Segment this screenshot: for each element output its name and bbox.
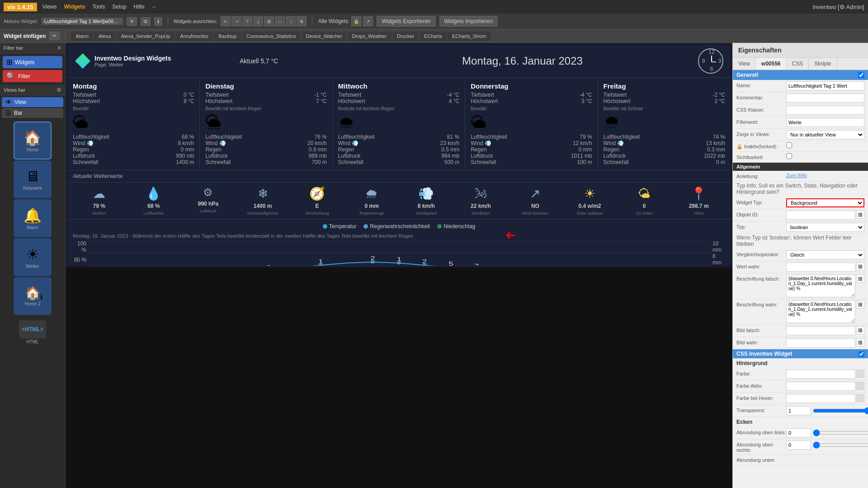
widgets-export-btn[interactable]: Widgets Exportieren <box>377 16 435 27</box>
wind-direction-symbol: ↗ <box>530 186 540 201</box>
tab-w00556[interactable]: w00556 <box>756 58 787 70</box>
sidebar-panel-wetter[interactable]: ☀ Wetter <box>14 238 52 276</box>
align-right-btn[interactable]: ⊤ <box>242 16 252 26</box>
sidebar-widgets-btn[interactable]: ⊞ Widgets <box>3 56 62 68</box>
tab-device-watcher[interactable]: Device_Watcher <box>302 32 347 41</box>
bild-wahr-input[interactable] <box>786 338 855 347</box>
tab-drops-weather[interactable]: Drops_Weather <box>348 32 392 41</box>
align-top-btn[interactable]: ⊥ <box>253 16 263 26</box>
icon-freitag: 🌨 <box>604 113 725 132</box>
widget-info-btn[interactable]: ℹ <box>154 17 162 26</box>
tab-anrufmonitor[interactable]: Anrufmonitor <box>175 32 213 41</box>
luftdruck-symbol: ⚙ <box>203 186 213 199</box>
css-klasse-input[interactable] <box>786 106 864 115</box>
windboeen-symbol: 🌬 <box>474 186 487 201</box>
zum-wiki-link[interactable]: Zum Wiki <box>786 173 807 178</box>
align-distribute-v-btn[interactable]: ⇅ <box>297 16 307 26</box>
farbe-hover-input[interactable] <box>786 394 855 403</box>
day-name-mittwoch: Mittwoch <box>338 82 459 90</box>
tab-css[interactable]: CSS <box>787 58 809 70</box>
sidebar-close-btn[interactable]: ✕ <box>57 45 61 51</box>
sidebar-panel-home2[interactable]: 🏠ℹ Home 2 <box>14 277 52 315</box>
html-item[interactable]: <HTML> HTML <box>2 320 63 344</box>
abrundung-oben-links-input[interactable] <box>786 428 811 437</box>
condition-dienstag: Bewölkt mit leichtem Regen <box>205 106 326 111</box>
bild-wahr-btn[interactable]: ⊞ <box>856 338 864 347</box>
abrundung-oben-rechts-input[interactable] <box>786 441 811 450</box>
beschriftung-wahr-textarea[interactable]: {daswetter.0.NextHours.Location_1.Day_1.… <box>786 300 855 323</box>
transparenz-input[interactable] <box>786 406 811 415</box>
wolken-value: 79 % <box>93 203 105 209</box>
abrundung-oben-rechts-label: Abrundung oben rechts: <box>736 441 786 453</box>
beschriftung-wahr-btn[interactable]: ⊞ <box>856 300 864 309</box>
day-name-montag: Montag <box>73 82 194 90</box>
windboeen-label: Windböen <box>472 211 490 216</box>
transparenz-slider[interactable] <box>813 407 868 414</box>
zeige-in-views-select[interactable]: Nur in aktueller View <box>786 130 864 139</box>
tab-alexa[interactable]: Alexa <box>94 32 116 41</box>
align-bottom-btn[interactable]: ↔ <box>275 16 285 26</box>
menu-views[interactable]: Views <box>42 4 57 10</box>
tab-skripte[interactable]: Skripte <box>809 58 837 70</box>
back-icon[interactable]: ← <box>152 4 157 10</box>
css-inventwo-checkbox[interactable] <box>859 351 864 357</box>
menu-setup[interactable]: Setup <box>112 4 126 10</box>
widget-delete-btn[interactable]: ✕ <box>127 17 137 26</box>
alle-widgets-unlock-btn[interactable]: ↗ <box>363 16 373 26</box>
beschriftung-falsch-textarea[interactable]: {daswetter.0.NextHours.Location_1.Day_1.… <box>786 275 855 297</box>
icon-luftfeuchte: 💧 68 % Luftfeuchte <box>127 186 180 216</box>
filterwort-input[interactable] <box>786 118 864 127</box>
bar-btn[interactable]: ☰ Bar <box>2 108 63 118</box>
abrundung-oben-rechts-slider[interactable] <box>813 441 868 449</box>
widget-typ-select[interactable]: Background <box>786 198 864 207</box>
tab-coronavirus[interactable]: Coronavirus_Statistics <box>242 32 300 41</box>
alle-widgets-lock-btn[interactable]: 🔒 <box>351 16 361 26</box>
menu-tools[interactable]: Tools <box>92 4 105 10</box>
generell-checkbox[interactable] <box>858 72 864 78</box>
sichtbarkeit-checkbox[interactable] <box>786 153 792 159</box>
objekt-id-input[interactable] <box>786 211 855 220</box>
align-left-btn[interactable]: ⊢ <box>221 16 231 26</box>
tab-alarm[interactable]: Alarm <box>71 32 93 41</box>
beschriftung-falsch-btn[interactable]: ⊞ <box>856 275 864 283</box>
view-icon: 👁 <box>5 99 12 106</box>
align-center-h-btn[interactable]: ⊣ <box>231 16 241 26</box>
abrundung-oben-links-slider[interactable] <box>813 429 868 436</box>
farbe-aktiv-input[interactable] <box>786 382 855 391</box>
menu-hilfe[interactable]: Hilfe <box>134 4 145 10</box>
farbe-color-btn[interactable] <box>856 370 864 378</box>
bild-falsch-input[interactable] <box>786 326 855 335</box>
typ-select[interactable]: boolean <box>786 223 864 232</box>
sidebar-panel-alarm[interactable]: 🔔 Alarm <box>14 199 52 237</box>
chart-description: Montag, 16. Januar 2023 - Während der er… <box>73 231 725 240</box>
vergleichsoperator-select[interactable]: Gleich <box>786 250 864 259</box>
widgets-import-btn[interactable]: Widgets Importieren <box>439 16 498 27</box>
bild-falsch-btn[interactable]: ⊞ <box>856 326 864 334</box>
views-settings-icon[interactable]: ⚙ <box>57 87 61 93</box>
kommentar-input[interactable] <box>786 94 864 103</box>
inaktiv-checkbox[interactable] <box>786 142 792 148</box>
view-btn[interactable]: 👁 View <box>2 97 63 107</box>
tab-echarts[interactable]: ECharts <box>420 32 447 41</box>
objekt-id-btn[interactable]: ⊞ <box>856 211 864 219</box>
name-input[interactable] <box>786 81 864 90</box>
sidebar-filter-btn[interactable]: 🔍 Filter <box>3 70 62 82</box>
align-center-v-btn[interactable]: ⊞ <box>264 16 274 26</box>
legend-label-temp: Temperatur <box>329 223 357 230</box>
farbe-hover-color-btn[interactable] <box>856 394 864 402</box>
farbe-input[interactable] <box>786 370 855 379</box>
tab-alexa-sender[interactable]: Alexa_Sender_PopUp <box>116 32 175 41</box>
widget-copy-btn[interactable]: ⧉ <box>141 17 151 26</box>
tab-view[interactable]: View <box>733 58 756 70</box>
sidebar-panel-home[interactable]: 🏠 Home <box>14 122 52 160</box>
widget-pen-btn[interactable]: ✏ <box>49 32 60 40</box>
sidebar-panel-netzwerk[interactable]: 🖥 Netzwerk <box>14 160 52 198</box>
align-distribute-h-btn[interactable]: ↕ <box>286 16 296 26</box>
tab-drucker[interactable]: Drucker <box>392 32 419 41</box>
wert-wahr-btn[interactable]: ⊞ <box>856 263 864 271</box>
farbe-aktiv-color-btn[interactable] <box>856 382 864 390</box>
tab-backtup[interactable]: Backtup <box>214 32 241 41</box>
wert-wahr-input[interactable] <box>786 263 855 272</box>
menu-widgets[interactable]: Widgets <box>64 4 85 10</box>
tab-echarts-strom[interactable]: ECharts_Strom <box>448 32 491 41</box>
